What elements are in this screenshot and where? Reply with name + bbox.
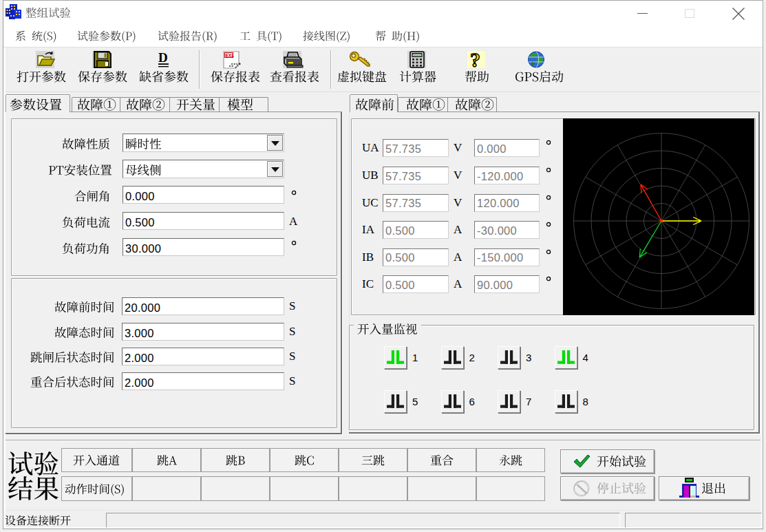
svg-text:D: D (158, 50, 168, 65)
svg-text:?: ? (470, 48, 480, 71)
svg-text:EXL: EXL (226, 53, 235, 58)
